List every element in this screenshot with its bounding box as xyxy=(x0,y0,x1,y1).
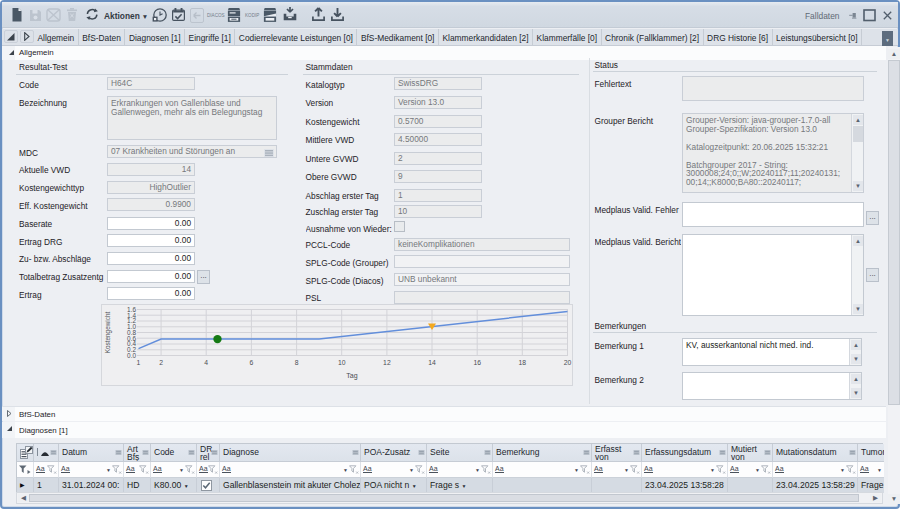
svg-text:18: 18 xyxy=(519,359,527,366)
svg-text:20: 20 xyxy=(564,359,572,366)
svg-text:14: 14 xyxy=(428,359,436,366)
svg-text:1: 1 xyxy=(137,359,141,366)
svg-text:4: 4 xyxy=(204,359,208,366)
svg-text:2: 2 xyxy=(159,359,163,366)
svg-text:8: 8 xyxy=(295,359,299,366)
svg-text:0.0: 0.0 xyxy=(127,352,136,359)
svg-text:10: 10 xyxy=(338,359,346,366)
svg-text:16: 16 xyxy=(473,359,481,366)
svg-text:Tag: Tag xyxy=(346,372,357,380)
svg-text:12: 12 xyxy=(383,359,391,366)
svg-text:6: 6 xyxy=(250,359,254,366)
svg-text:Kostengewicht: Kostengewicht xyxy=(104,312,112,354)
